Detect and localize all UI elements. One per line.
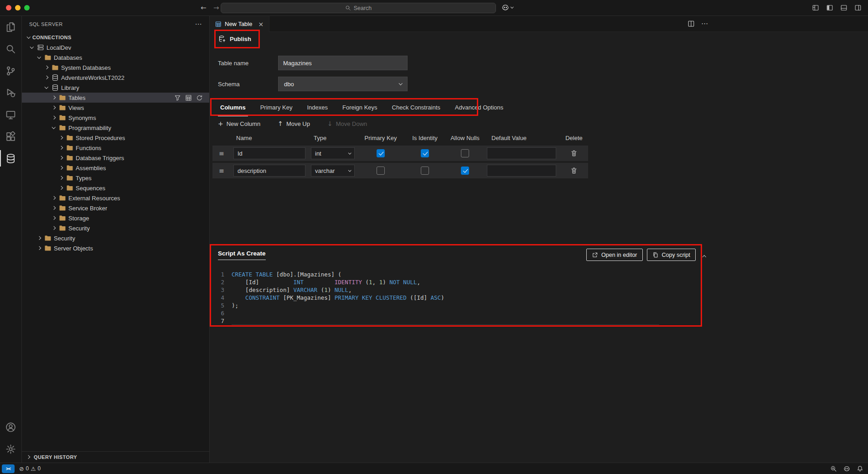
allow-nulls-checkbox[interactable] (461, 167, 469, 175)
forward-icon[interactable]: → (213, 4, 219, 12)
layout-controls (812, 4, 862, 11)
primary-key-checkbox[interactable] (377, 167, 385, 175)
error-count: 0 (26, 465, 29, 472)
allow-nulls-checkbox[interactable] (461, 149, 469, 157)
activity-bar-item-extensions[interactable] (0, 125, 21, 147)
tree-item-service-broker[interactable]: Service Broker (22, 203, 209, 213)
chevron-right-icon (36, 237, 43, 240)
script-panel-title: Script As Create (218, 250, 266, 260)
publish-button[interactable]: Publish (218, 35, 251, 43)
designer-tab-columns[interactable]: Columns (218, 99, 248, 116)
chevron-down-icon (348, 151, 351, 154)
query-history-section[interactable]: QUERY HISTORY (22, 451, 209, 463)
chevron-down-icon (348, 168, 351, 171)
titlebar-panel-left-icon[interactable] (826, 4, 833, 11)
tree-item-library[interactable]: Library (22, 83, 209, 93)
activity-bar-item-settings[interactable] (0, 438, 21, 460)
tree-item-sequences[interactable]: Sequences (22, 183, 209, 193)
activity-bar-item-sql-server[interactable] (0, 147, 21, 169)
tree-item-stored-procedures[interactable]: Stored Procedures (22, 133, 209, 143)
tree-item-functions[interactable]: Functions (22, 143, 209, 153)
back-icon[interactable]: ← (201, 4, 207, 12)
drag-handle[interactable]: ≡ (219, 150, 224, 157)
folder-icon (44, 245, 52, 252)
default-value-input[interactable] (487, 147, 556, 159)
tree-item-views[interactable]: Views (22, 103, 209, 113)
drag-handle[interactable]: ≡ (219, 167, 224, 174)
column-type-select[interactable]: varchar (311, 165, 355, 177)
tree-item-label: Security (54, 235, 75, 242)
column-name-input[interactable] (233, 147, 305, 159)
tree-item-security[interactable]: Security (22, 233, 209, 243)
tree-item-database-triggers[interactable]: Database Triggers (22, 153, 209, 163)
is-identity-checkbox[interactable] (421, 149, 429, 157)
toolbar-move-up-button[interactable]: ↑Move Up (278, 120, 310, 127)
tree-section-connections[interactable]: CONNECTIONS (22, 32, 209, 42)
copilot-icon (501, 4, 509, 11)
scroll-up-icon[interactable] (703, 251, 706, 258)
tree-item-tables[interactable]: Tables (22, 93, 209, 103)
titlebar-panel-right-icon[interactable] (854, 4, 862, 11)
tree-item-storage[interactable]: Storage (22, 213, 209, 223)
split-editor-icon[interactable] (687, 20, 695, 27)
statusbar-copilot-icon[interactable] (843, 465, 850, 472)
column-name-input[interactable] (233, 165, 305, 177)
activity-bar-item-account[interactable] (0, 416, 21, 438)
close-window-button[interactable] (6, 5, 11, 10)
designer-tab-advanced-options[interactable]: Advanced Options (453, 99, 506, 116)
delete-row-button[interactable] (570, 167, 578, 174)
tree-item-types[interactable]: Types (22, 173, 209, 183)
statusbar-zoom-icon[interactable] (830, 465, 837, 472)
tree-action-refresh[interactable] (196, 94, 203, 101)
activity-bar-item-run-and-debug[interactable] (0, 82, 21, 104)
remote-indicator[interactable]: >< (2, 464, 15, 473)
toolbar-new-column-button[interactable]: +New Column (218, 120, 260, 127)
chevron-down-icon (25, 36, 32, 39)
designer-tab-foreign-keys[interactable]: Foreign Keys (340, 99, 380, 116)
more-actions-icon[interactable]: ⋯ (195, 20, 202, 28)
designer-tab-primary-key[interactable]: Primary Key (258, 99, 295, 116)
statusbar-notifications-icon[interactable] (857, 465, 863, 472)
tree-item-localdev[interactable]: LocalDev (22, 42, 209, 52)
more-actions-icon[interactable]: ⋯ (701, 20, 708, 27)
tree-action-table[interactable] (185, 94, 192, 101)
schema-select[interactable]: dbo (278, 77, 408, 91)
activity-bar-item-remote-explorer[interactable] (0, 104, 21, 125)
tree-item-programmability[interactable]: Programmability (22, 123, 209, 133)
designer-tab-indexes[interactable]: Indexes (305, 99, 330, 116)
primary-key-checkbox[interactable] (377, 149, 385, 157)
delete-row-button[interactable] (570, 150, 578, 157)
tree-item-adventureworkslt2022[interactable]: AdventureWorksLT2022 (22, 73, 209, 83)
tree-item-assemblies[interactable]: Assemblies (22, 163, 209, 173)
chevron-right-icon (57, 156, 65, 159)
tree-item-external-resources[interactable]: External Resources (22, 193, 209, 203)
activity-bar-item-search[interactable] (0, 38, 21, 60)
arrow-up-icon: ↑ (278, 120, 283, 127)
minimize-window-button[interactable] (15, 5, 21, 10)
tree-item-system-databases[interactable]: System Databases (22, 63, 209, 73)
titlebar-panel-bottom-icon[interactable] (840, 4, 847, 11)
activity-bar-item-source-control[interactable] (0, 60, 21, 82)
close-tab-icon[interactable]: × (258, 21, 264, 28)
tree-item-security[interactable]: Security (22, 223, 209, 233)
default-value-input[interactable] (487, 165, 556, 177)
activity-bar-item-explorer[interactable] (0, 16, 21, 38)
toolbar-label: Move Up (286, 120, 310, 127)
table-name-input[interactable] (278, 56, 408, 70)
designer-tab-check-constraints[interactable]: Check Constraints (390, 99, 443, 116)
code-token: [Id] (232, 279, 293, 286)
maximize-window-button[interactable] (24, 5, 30, 10)
column-type-select[interactable]: int (311, 147, 355, 159)
tree-item-databases[interactable]: Databases (22, 52, 209, 63)
tree-action-filter[interactable] (174, 94, 181, 101)
copilot-button[interactable] (501, 4, 513, 11)
search-box[interactable]: Search (221, 3, 496, 13)
tab-new-table[interactable]: New Table × (210, 16, 269, 32)
copy-script-button[interactable]: Copy script (647, 249, 696, 261)
titlebar-customize-layout-icon[interactable] (812, 4, 819, 11)
tree-item-server-objects[interactable]: Server Objects (22, 243, 209, 253)
problems-status[interactable]: ⊘ 0 ⚠ 0 (19, 465, 41, 472)
is-identity-checkbox[interactable] (421, 167, 429, 175)
tree-item-synonyms[interactable]: Synonyms (22, 113, 209, 123)
open-in-editor-button[interactable]: Open in editor (586, 249, 643, 261)
